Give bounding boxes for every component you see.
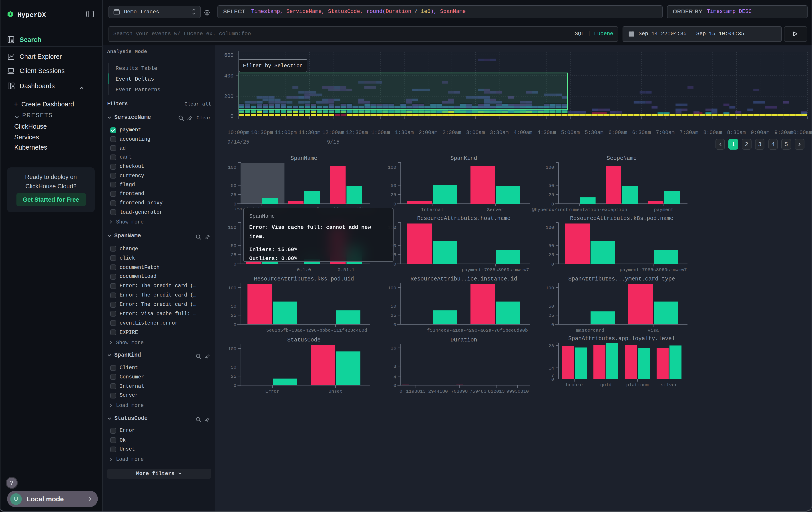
svg-text:0: 0 <box>233 202 236 207</box>
svg-text:50: 50 <box>391 183 396 188</box>
svg-text:SpanName: SpanName <box>291 155 317 162</box>
svg-text:25: 25 <box>231 192 236 197</box>
svg-text:ResourceAttribu..ice.instance.: ResourceAttribu..ice.instance.id <box>410 276 517 282</box>
svg-text:25: 25 <box>391 192 396 197</box>
svg-text:100: 100 <box>228 286 236 291</box>
svg-text:50: 50 <box>549 183 554 188</box>
svg-text:11:00pm: 11:00pm <box>275 130 297 136</box>
svg-text:50: 50 <box>231 365 236 370</box>
svg-text:25: 25 <box>549 192 554 197</box>
svg-text:822013: 822013 <box>488 389 505 394</box>
svg-text:ResourceAttributes.k8s.pod.uid: ResourceAttributes.k8s.pod.uid <box>254 276 354 282</box>
svg-text:2:00am: 2:00am <box>419 130 437 136</box>
svg-text:Unset: Unset <box>328 389 342 394</box>
svg-text:0: 0 <box>393 202 396 207</box>
svg-text:50: 50 <box>549 304 554 309</box>
svg-text:bronze: bronze <box>566 382 583 387</box>
svg-text:5:00am: 5:00am <box>561 130 580 136</box>
svg-text:platinum: platinum <box>626 382 649 387</box>
svg-text:9/15: 9/15 <box>327 139 340 145</box>
svg-text:5e02b5fb-13ae-4296-bbbc-111f42: 5e02b5fb-13ae-4296-bbbc-111f423c460d <box>266 328 367 333</box>
svg-text:1:30am: 1:30am <box>395 130 413 136</box>
svg-text:12:30am: 12:30am <box>346 130 368 136</box>
svg-text:SpanAttributes...yment.card_ty: SpanAttributes...yment.card_type <box>568 276 675 282</box>
svg-text:0.1.0: 0.1.0 <box>297 267 311 272</box>
svg-text:f5344ec9-a1ea-4290-a62a-78f5be: f5344ec9-a1ea-4290-a62a-78f5bee8d90b <box>427 328 528 333</box>
svg-text:SpanAttributes.app.loyalty.lev: SpanAttributes.app.loyalty.level <box>568 335 675 342</box>
svg-text:ScopeName: ScopeName <box>607 155 637 162</box>
svg-text:10:30pm: 10:30pm <box>251 130 273 136</box>
svg-text:4: 4 <box>393 375 396 380</box>
svg-text:Server: Server <box>487 207 504 212</box>
svg-text:0: 0 <box>551 202 554 207</box>
svg-text:50: 50 <box>231 183 236 188</box>
svg-text:16: 16 <box>391 346 396 351</box>
svg-text:703098: 703098 <box>451 389 468 394</box>
svg-text:100: 100 <box>546 286 554 291</box>
svg-text:8:00am: 8:00am <box>703 130 722 136</box>
svg-text:Duration: Duration <box>451 337 477 343</box>
svg-text:50: 50 <box>231 304 236 309</box>
svg-text:ResourceAttributes.host.name: ResourceAttributes.host.name <box>417 215 511 222</box>
svg-text:99930810: 99930810 <box>506 389 529 394</box>
svg-text:6:00am: 6:00am <box>608 130 627 136</box>
svg-text:400: 400 <box>224 73 233 79</box>
svg-text:10:00pm: 10:00pm <box>228 130 249 136</box>
svg-text:gold: gold <box>600 382 611 387</box>
svg-text:payment-7985c8969c-mwmw7: payment-7985c8969c-mwmw7 <box>620 267 687 272</box>
svg-text:25: 25 <box>231 252 236 258</box>
svg-text:200: 200 <box>224 94 233 100</box>
svg-text:10:00am: 10:00am <box>790 130 812 136</box>
svg-text:silver: silver <box>661 382 677 387</box>
svg-text:100: 100 <box>228 225 236 230</box>
svg-text:100: 100 <box>388 165 396 170</box>
svg-text:25: 25 <box>231 313 236 318</box>
svg-text:Error: Error <box>265 389 279 394</box>
svg-text:0: 0 <box>393 322 396 327</box>
svg-text:4:30am: 4:30am <box>537 130 556 136</box>
svg-text:0: 0 <box>551 262 554 267</box>
svg-text:11:30pm: 11:30pm <box>299 130 320 136</box>
svg-text:1198813: 1198813 <box>406 389 426 394</box>
svg-text:payment-7985c8969c-mwmw7: payment-7985c8969c-mwmw7 <box>462 267 529 272</box>
svg-text:6:30am: 6:30am <box>632 130 651 136</box>
svg-text:25: 25 <box>549 313 554 318</box>
svg-text:100: 100 <box>228 165 236 170</box>
svg-text:2:30am: 2:30am <box>442 130 461 136</box>
svg-text:50: 50 <box>549 243 554 248</box>
svg-text:0.51.1: 0.51.1 <box>338 267 355 272</box>
svg-text:8:30am: 8:30am <box>727 130 746 136</box>
svg-text:2944180: 2944180 <box>428 389 448 394</box>
svg-text:0: 0 <box>233 383 236 388</box>
svg-text:100: 100 <box>388 286 396 291</box>
svg-text:25: 25 <box>391 313 396 318</box>
svg-text:SpanKind: SpanKind <box>451 155 477 162</box>
svg-text:0: 0 <box>233 262 236 267</box>
svg-text:payment: payment <box>654 207 673 212</box>
svg-text:@hyperdx/instrumentation-excep: @hyperdx/instrumentation-exception <box>532 207 627 212</box>
svg-text:3:00am: 3:00am <box>466 130 485 136</box>
svg-text:25: 25 <box>549 252 554 258</box>
svg-text:Internal: Internal <box>421 207 443 212</box>
svg-text:0: 0 <box>393 383 396 388</box>
svg-text:ResourceAttributes.k8s.pod.nam: ResourceAttributes.k8s.pod.name <box>570 215 673 222</box>
svg-text:0: 0 <box>233 322 236 327</box>
svg-text:7:30am: 7:30am <box>679 130 698 136</box>
svg-text:7:00am: 7:00am <box>656 130 675 136</box>
svg-text:9:00am: 9:00am <box>751 130 769 136</box>
svg-text:0: 0 <box>400 389 402 394</box>
svg-text:759483: 759483 <box>470 389 487 394</box>
svg-text:0: 0 <box>551 377 554 382</box>
svg-text:600: 600 <box>224 53 233 58</box>
svg-text:9/14/25: 9/14/25 <box>228 139 249 145</box>
svg-text:12:00am: 12:00am <box>322 130 344 136</box>
svg-text:StatusCode: StatusCode <box>287 337 321 343</box>
svg-text:100: 100 <box>546 225 554 230</box>
svg-text:visa: visa <box>648 328 659 333</box>
svg-text:0: 0 <box>393 262 396 267</box>
svg-text:8: 8 <box>393 364 396 369</box>
svg-text:3:30am: 3:30am <box>490 130 509 136</box>
svg-text:25: 25 <box>231 374 236 379</box>
svg-text:100: 100 <box>546 165 554 170</box>
svg-text:0: 0 <box>230 113 233 119</box>
